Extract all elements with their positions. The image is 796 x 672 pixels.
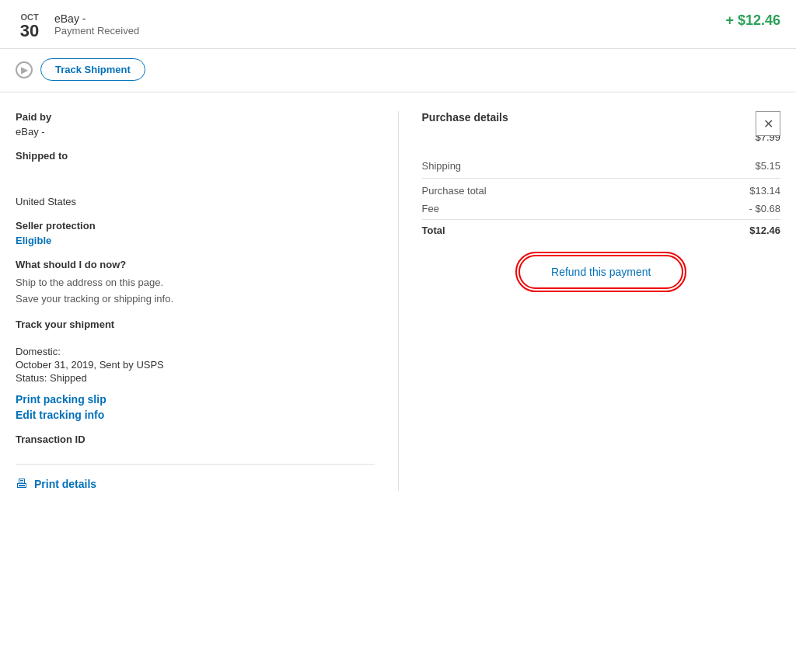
- paid-by-value: eBay -: [16, 126, 375, 138]
- refund-payment-button[interactable]: Refund this payment: [518, 255, 683, 289]
- date-day: 30: [16, 22, 44, 40]
- shipped-to-label: Shipped to: [16, 150, 375, 162]
- shipping-row: Shipping $5.15: [422, 157, 781, 175]
- paid-by-label: Paid by: [16, 111, 375, 123]
- what-label: What should I do now?: [16, 259, 375, 270]
- refund-button-wrapper: Refund this payment: [422, 255, 781, 289]
- payment-info: eBay - Payment Received: [54, 12, 139, 37]
- track-icon: ▶: [16, 61, 33, 78]
- date-block: OCT 30: [16, 12, 44, 40]
- print-packing-slip-link[interactable]: Print packing slip: [16, 393, 375, 406]
- shipped-to-country: United States: [16, 196, 375, 207]
- left-panel: Paid by eBay - Shipped to United States …: [16, 111, 398, 491]
- transaction-id-label: Transaction ID: [16, 433, 375, 445]
- status-label: Status: Shipped: [16, 372, 375, 384]
- transaction-section: Transaction ID: [16, 433, 375, 445]
- total-value: $12.46: [749, 225, 780, 236]
- purchase-total-value: $13.14: [749, 185, 780, 197]
- purchase-item-row: $7.99: [422, 131, 781, 143]
- track-shipment-button[interactable]: Track Shipment: [40, 58, 145, 81]
- close-button[interactable]: ✕: [756, 111, 780, 136]
- total-row: Total $12.46: [422, 219, 781, 239]
- print-details-row: 🖶 Print details: [16, 464, 375, 491]
- purchase-details-title: Purchase details: [422, 111, 781, 124]
- domestic-detail: October 31, 2019, Sent by USPS: [16, 359, 375, 371]
- track-shipment-row: ▶ Track Shipment: [0, 49, 796, 92]
- purchase-total-row: Purchase total $13.14: [422, 182, 781, 200]
- shipment-section: Domestic: October 31, 2019, Sent by USPS…: [16, 346, 375, 384]
- purchase-total-label: Purchase total: [422, 185, 487, 197]
- seller-protection-label: Seller protection: [16, 220, 375, 232]
- track-your-shipment-label: Track your shipment: [16, 319, 375, 330]
- what-instructions: Ship to the address on this page. Save y…: [16, 275, 375, 308]
- main-content: Paid by eBay - Shipped to United States …: [0, 92, 796, 510]
- top-left: OCT 30 eBay - Payment Received: [16, 12, 139, 40]
- fee-value: - $0.68: [749, 203, 780, 214]
- action-links: Print packing slip Edit tracking info: [16, 393, 375, 421]
- right-panel: ✕ Purchase details $7.99 Shipping $5.15 …: [398, 111, 781, 491]
- line-rows: Shipping $5.15 Purchase total $13.14 Fee…: [422, 157, 781, 239]
- payment-subtitle: Payment Received: [54, 25, 139, 37]
- print-details-link[interactable]: Print details: [34, 478, 96, 490]
- seller-protection-link[interactable]: Eligible: [16, 235, 51, 246]
- edit-tracking-info-link[interactable]: Edit tracking info: [16, 409, 375, 421]
- fee-label: Fee: [422, 203, 439, 214]
- top-bar: OCT 30 eBay - Payment Received + $12.46: [0, 0, 796, 49]
- payment-title: eBay -: [54, 12, 139, 25]
- payment-amount: + $12.46: [725, 12, 780, 29]
- shipping-label: Shipping: [422, 160, 462, 172]
- total-label: Total: [422, 225, 445, 236]
- domestic-label: Domestic:: [16, 346, 375, 357]
- shipping-value: $5.15: [755, 160, 780, 172]
- fee-row: Fee - $0.68: [422, 200, 781, 218]
- printer-icon: 🖶: [16, 477, 28, 491]
